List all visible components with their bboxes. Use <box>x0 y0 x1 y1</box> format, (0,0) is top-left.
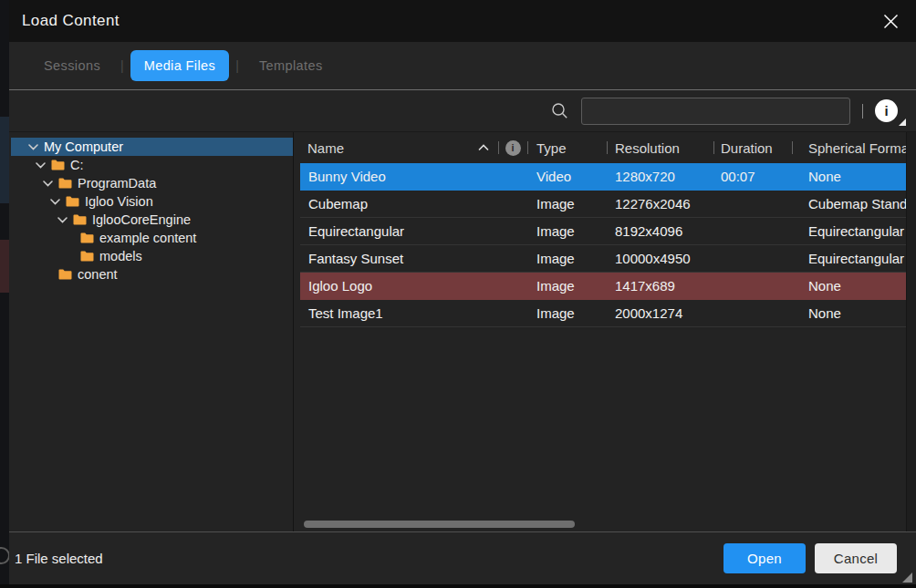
cell-name: Test Image1 <box>300 305 527 321</box>
background-app-accent <box>0 117 9 203</box>
tree-item[interactable]: Igloo Vision <box>11 192 293 211</box>
column-header-resolution[interactable]: Resolution <box>607 132 713 163</box>
folder-icon <box>66 196 79 207</box>
cell-name: Igloo Logo <box>300 278 527 294</box>
table-row[interactable]: Fantasy SunsetImage10000x4950Equirectang… <box>300 245 906 273</box>
column-header-name[interactable]: Name <box>300 132 498 163</box>
cell-resolution: 12276x2046 <box>607 196 713 211</box>
chevron-down-icon[interactable] <box>41 181 54 187</box>
tree-item-label: IglooCoreEngine <box>92 212 191 227</box>
cell-type: Video <box>527 169 607 184</box>
cell-resolution: 1417x689 <box>607 278 713 294</box>
folder-icon <box>58 269 72 280</box>
cell-resolution: 8192x4096 <box>607 223 713 239</box>
chevron-down-icon[interactable] <box>34 162 47 169</box>
tab-bar: Sessions|Media Files|Templates <box>9 42 916 90</box>
cell-spherical-format: None <box>792 169 906 184</box>
cell-spherical-format: Cubemap Standard <box>792 196 906 211</box>
table-row[interactable]: Igloo LogoImage1417x689None <box>300 273 906 300</box>
folder-tree: My ComputerC:ProgramDataIgloo VisionIglo… <box>11 132 294 531</box>
folder-icon <box>51 160 65 170</box>
folder-icon <box>58 178 72 189</box>
tree-item[interactable]: conent <box>11 265 293 284</box>
tree-item-label: models <box>99 249 142 263</box>
cell-spherical-format: Equirectangular <box>792 251 906 266</box>
column-header-type[interactable]: Type <box>527 132 607 163</box>
cell-type: Image <box>527 251 607 266</box>
column-label: Resolution <box>615 140 680 156</box>
tree-item[interactable]: example content <box>11 229 293 247</box>
cell-type: Image <box>527 278 607 294</box>
close-button[interactable] <box>879 9 902 33</box>
tree-item-label: conent <box>78 267 118 282</box>
cell-resolution: 1280x720 <box>607 169 713 184</box>
column-label: Spherical Format <box>808 140 906 156</box>
cell-spherical-format: None <box>792 305 906 321</box>
column-label: Duration <box>721 140 773 156</box>
dialog-titlebar: Load Content <box>9 0 916 42</box>
chevron-down-icon[interactable] <box>56 217 68 223</box>
column-header-spherical-format[interactable]: Spherical Format <box>792 132 906 163</box>
sort-ascending-icon <box>478 144 489 151</box>
search-bar: i <box>9 90 916 131</box>
dialog-title: Load Content <box>22 12 120 30</box>
cell-duration: 00:07 <box>713 169 792 184</box>
cell-type: Image <box>527 196 607 211</box>
tree-item-label: Igloo Vision <box>85 194 153 209</box>
tree-item-label: C: <box>70 158 84 172</box>
background-app <box>0 0 9 588</box>
table-header: Name i Type Resolution Duration <box>300 132 906 163</box>
cell-resolution: 2000x1274 <box>607 305 713 321</box>
column-header-info[interactable]: i <box>498 132 527 163</box>
cell-name: Cubemap <box>300 196 527 211</box>
cell-name: Bunny Video <box>300 169 527 184</box>
tab-sessions[interactable]: Sessions <box>30 50 114 81</box>
info-button[interactable]: i <box>875 99 898 122</box>
chevron-down-icon[interactable] <box>48 199 61 205</box>
tree-item[interactable]: ProgramData <box>11 174 293 192</box>
tree-item[interactable]: models <box>11 247 293 265</box>
table-row[interactable]: EquirectangularImage8192x4096Equirectang… <box>300 218 906 245</box>
horizontal-scrollbar-thumb[interactable] <box>304 521 575 528</box>
close-icon <box>883 14 899 29</box>
info-icon: i <box>505 140 521 156</box>
resize-grip[interactable] <box>902 573 912 583</box>
column-label: Type <box>536 140 567 156</box>
file-table-body: Bunny VideoVideo1280x72000:07NoneCubemap… <box>300 163 906 327</box>
search-input[interactable] <box>581 98 850 125</box>
dialog-footer: 1 File selected Open Cancel <box>9 532 916 584</box>
table-row[interactable]: CubemapImage12276x2046Cubemap Standard <box>300 191 906 218</box>
search-icon <box>550 101 569 120</box>
cancel-button[interactable]: Cancel <box>815 543 897 573</box>
selection-status: 1 File selected <box>15 551 723 566</box>
open-button[interactable]: Open <box>723 543 806 573</box>
cell-type: Image <box>527 223 607 239</box>
tab-media-files[interactable]: Media Files <box>130 50 230 81</box>
cell-type: Image <box>527 305 607 321</box>
background-app <box>0 584 916 588</box>
cell-spherical-format: Equirectangular <box>792 223 906 239</box>
tree-item-label: My Computer <box>44 139 123 154</box>
load-content-dialog: Load Content Sessions|Media Files|Templa… <box>9 0 916 584</box>
table-row[interactable]: Bunny VideoVideo1280x72000:07None <box>300 163 906 191</box>
column-label: Name <box>307 140 344 156</box>
tree-item[interactable]: My Computer <box>11 138 293 156</box>
table-row[interactable]: Test Image1Image2000x1274None <box>300 300 906 327</box>
cell-resolution: 10000x4950 <box>607 251 713 266</box>
tree-item-label: example content <box>99 231 196 245</box>
folder-icon <box>73 214 87 225</box>
tab-divider: | <box>235 58 239 73</box>
tree-item[interactable]: C: <box>11 156 293 174</box>
corner-indicator-icon <box>899 119 906 126</box>
tab-templates[interactable]: Templates <box>245 50 337 81</box>
tab-group: Sessions|Media Files|Templates <box>30 50 337 81</box>
tab-divider: | <box>120 58 124 73</box>
chevron-down-icon[interactable] <box>26 144 39 150</box>
column-header-duration[interactable]: Duration <box>713 132 792 163</box>
cell-name: Fantasy Sunset <box>300 251 527 266</box>
tree-item-label: ProgramData <box>78 176 156 191</box>
folder-icon <box>80 251 94 262</box>
tree-item[interactable]: IglooCoreEngine <box>11 211 293 229</box>
content-area: My ComputerC:ProgramDataIgloo VisionIglo… <box>9 131 916 532</box>
divider <box>862 104 863 119</box>
